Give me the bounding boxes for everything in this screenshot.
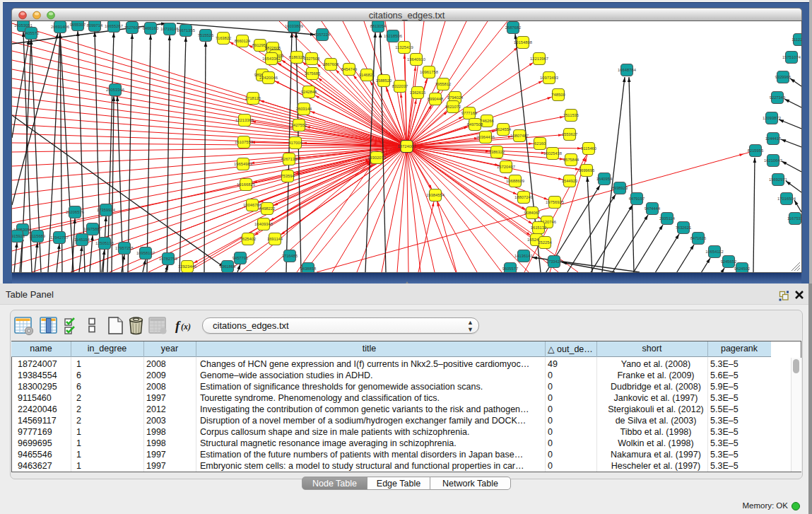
svg-text:7163822: 7163822 [216, 36, 232, 40]
svg-text:10154808: 10154808 [514, 40, 532, 45]
svg-text:8938923: 8938923 [612, 186, 628, 190]
svg-text:7955812: 7955812 [435, 82, 452, 86]
svg-text:10973493: 10973493 [540, 76, 558, 80]
svg-text:3716485: 3716485 [282, 254, 298, 258]
svg-text:15751074: 15751074 [782, 55, 801, 59]
svg-text:9242848: 9242848 [301, 90, 317, 94]
svg-text:10961758: 10961758 [420, 70, 438, 74]
svg-text:1588520: 1588520 [376, 78, 392, 83]
svg-text:16409348: 16409348 [254, 222, 273, 226]
svg-text:417004: 417004 [288, 141, 302, 145]
svg-text:3427552: 3427552 [291, 123, 307, 127]
svg-text:7357224: 7357224 [314, 33, 331, 37]
svg-text:1112256: 1112256 [792, 37, 801, 42]
svg-text:2718126: 2718126 [245, 96, 261, 100]
svg-text:1733426: 1733426 [546, 259, 563, 264]
svg-text:11325419: 11325419 [395, 45, 413, 49]
svg-text:10654112: 10654112 [705, 250, 723, 254]
svg-text:17957255: 17957255 [115, 246, 134, 250]
svg-text:16033809: 16033809 [285, 24, 303, 28]
svg-text:6466160: 6466160 [143, 26, 159, 30]
svg-text:19654983: 19654983 [234, 162, 252, 166]
svg-text:9361868: 9361868 [220, 264, 236, 269]
svg-text:16543362: 16543362 [262, 57, 281, 61]
svg-text:18807249: 18807249 [514, 195, 533, 199]
svg-text:9329966: 9329966 [775, 75, 792, 79]
svg-text:8498222: 8498222 [259, 206, 276, 211]
svg-text:1615132: 1615132 [531, 226, 547, 230]
svg-text:1244415: 1244415 [765, 136, 782, 141]
svg-text:9457791: 9457791 [233, 256, 249, 260]
svg-text:20053346: 20053346 [106, 88, 124, 92]
svg-text:10975887: 10975887 [83, 227, 102, 231]
svg-text:1544923: 1544923 [562, 179, 578, 183]
svg-text:9084067: 9084067 [524, 211, 541, 215]
svg-text:7511535: 7511535 [563, 113, 579, 117]
svg-text:62160: 62160 [534, 141, 546, 146]
svg-text:9605577: 9605577 [502, 267, 519, 271]
svg-text:8990448: 8990448 [428, 97, 444, 101]
svg-text:7632621: 7632621 [676, 226, 692, 230]
svg-text:10807487: 10807487 [510, 134, 529, 138]
svg-text:19756925: 19756925 [546, 200, 564, 204]
svg-text:2935114: 2935114 [659, 216, 676, 221]
svg-text:(x): (x) [181, 322, 191, 332]
svg-text:13640910: 13640910 [407, 57, 425, 62]
svg-text:6479197: 6479197 [629, 197, 645, 201]
svg-text:7625402: 7625402 [240, 237, 257, 241]
svg-text:20691406: 20691406 [51, 25, 69, 29]
svg-text:252254: 252254 [538, 240, 552, 245]
svg-text:2603144: 2603144 [296, 107, 312, 111]
svg-text:19218506: 19218506 [384, 34, 402, 38]
svg-text:8454749: 8454749 [341, 67, 358, 71]
svg-text:10688609: 10688609 [506, 179, 524, 183]
svg-text:10025438: 10025438 [543, 151, 562, 156]
svg-text:1405572: 1405572 [23, 31, 40, 35]
svg-text:f: f [175, 318, 181, 333]
svg-text:2115689: 2115689 [30, 234, 45, 238]
svg-text:17359924: 17359924 [97, 208, 116, 212]
svg-text:12213369: 12213369 [235, 118, 254, 122]
svg-text:16107553: 16107553 [235, 140, 253, 144]
svg-text:19166825: 19166825 [237, 182, 255, 187]
svg-text:10655267: 10655267 [105, 24, 123, 28]
svg-text:9777169: 9777169 [461, 111, 478, 115]
svg-text:18724007: 18724007 [398, 144, 416, 148]
svg-text:9227349: 9227349 [770, 95, 786, 100]
svg-text:1691144: 1691144 [267, 237, 283, 241]
svg-text:9115460: 9115460 [581, 146, 596, 151]
svg-text:12942757: 12942757 [50, 235, 69, 240]
svg-text:1553627: 1553627 [562, 132, 578, 136]
svg-text:10958107: 10958107 [136, 251, 155, 255]
svg-text:12213967: 12213967 [530, 57, 548, 61]
svg-text:7515526: 7515526 [198, 33, 214, 37]
svg-text:8186328: 8186328 [289, 55, 305, 59]
svg-text:16671355: 16671355 [177, 28, 195, 33]
svg-text:8267130: 8267130 [281, 157, 298, 161]
svg-text:9575844: 9575844 [563, 158, 579, 162]
svg-text:20364436: 20364436 [476, 135, 495, 139]
svg-text:6497508: 6497508 [467, 122, 483, 127]
svg-text:12505135: 12505135 [95, 241, 114, 245]
svg-text:8660124: 8660124 [235, 39, 251, 43]
svg-text:14136141: 14136141 [514, 254, 533, 258]
svg-text:9146821: 9146821 [359, 73, 375, 77]
svg-text:16782759: 16782759 [159, 257, 177, 261]
svg-text:1527602: 1527602 [124, 25, 141, 30]
svg-text:1362615: 1362615 [410, 90, 426, 95]
svg-text:9794024: 9794024 [447, 95, 464, 100]
svg-text:7386322: 7386322 [489, 150, 505, 154]
svg-text:2867608: 2867608 [323, 62, 339, 66]
svg-text:9474444: 9474444 [645, 206, 661, 211]
svg-text:8099714: 8099714 [87, 23, 103, 28]
svg-text:9438858: 9438858 [300, 267, 317, 271]
svg-text:12093873: 12093873 [763, 116, 781, 120]
svg-text:1640954: 1640954 [596, 177, 613, 181]
svg-text:2687682: 2687682 [505, 25, 522, 30]
svg-text:3624554: 3624554 [495, 127, 512, 132]
svg-text:15692971: 15692971 [769, 177, 787, 182]
svg-text:9327508: 9327508 [304, 57, 320, 61]
svg-text:1167533: 1167533 [787, 216, 801, 221]
svg-text:1621072: 1621072 [445, 105, 461, 109]
svg-text:12923446: 12923446 [178, 264, 196, 269]
